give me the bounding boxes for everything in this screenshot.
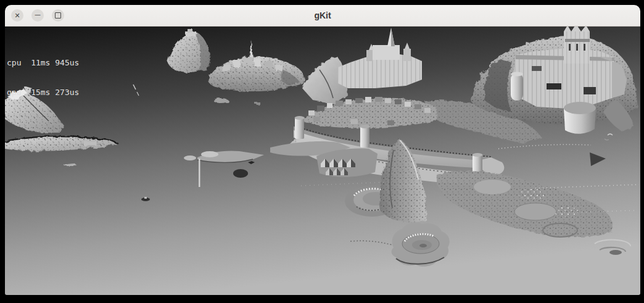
maximize-icon <box>55 12 61 19</box>
gpu-stat: gpu15ms 273us <box>7 88 79 98</box>
close-icon: ✕ <box>14 12 20 19</box>
window-title: gKit <box>5 5 640 26</box>
gkit-window: ✕ — gKit <box>5 5 640 295</box>
minimize-button[interactable]: — <box>31 9 44 22</box>
perf-overlay: cpu11ms 945us gpu15ms 273us <box>7 38 79 117</box>
window-controls: ✕ — <box>11 5 64 26</box>
cpu-stat-label: cpu <box>7 58 31 68</box>
screenshot-frame: ✕ — gKit <box>0 0 644 303</box>
viewport-3d[interactable]: cpu11ms 945us gpu15ms 273us <box>5 27 640 295</box>
cpu-stat-value: 11ms 945us <box>31 58 79 67</box>
title-bar[interactable]: ✕ — gKit <box>5 5 640 27</box>
scene-svg <box>5 27 640 295</box>
maximize-button[interactable] <box>52 9 64 22</box>
close-button[interactable]: ✕ <box>11 9 23 22</box>
gpu-stat-label: gpu <box>7 88 31 98</box>
cpu-stat: cpu11ms 945us <box>7 58 79 68</box>
gpu-stat-value: 15ms 273us <box>31 88 79 97</box>
minimize-icon: — <box>35 12 41 18</box>
